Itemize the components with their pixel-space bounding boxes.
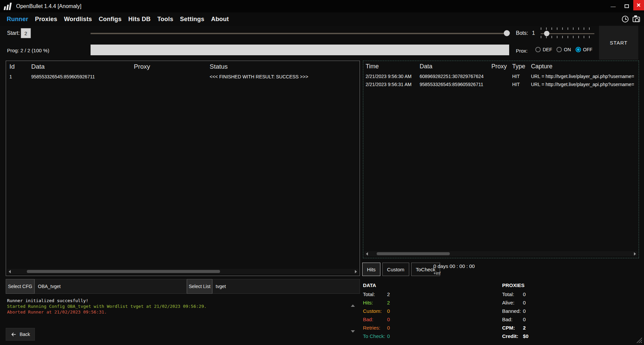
- menu-settings[interactable]: Settings: [177, 16, 208, 23]
- start-slider-thumb[interactable]: [504, 30, 510, 36]
- bots-slider-ticks-bottom: [541, 36, 594, 38]
- cell-time: 2/21/2023 9:56:31 AM: [366, 80, 420, 88]
- camera-icon[interactable]: [633, 17, 640, 22]
- column-header-status[interactable]: Status: [210, 63, 360, 70]
- menu-bar: Runner Proxies Wordlists Configs Hits DB…: [0, 12, 644, 26]
- prox-radio-off[interactable]: OFF: [576, 47, 592, 52]
- openbullet-logo-icon: [4, 3, 11, 10]
- stat-retries: Retries:0: [363, 324, 390, 332]
- cpm-limit: +inf: [433, 271, 475, 276]
- back-label: Back: [19, 332, 30, 337]
- maximize-icon: [625, 4, 629, 8]
- menu-proxies[interactable]: Proxies: [32, 16, 60, 23]
- cell-proxy: [134, 73, 210, 81]
- stat-credit: Credit:$0: [502, 332, 529, 340]
- scroll-left-icon[interactable]: [7, 269, 12, 274]
- menu-tools[interactable]: Tools: [154, 16, 177, 23]
- column-header-id[interactable]: Id: [9, 63, 31, 70]
- column-header-type[interactable]: Type: [512, 63, 531, 70]
- cell-capture: URL = http://tvget.live/player_api.php?u…: [531, 72, 639, 80]
- table-row[interactable]: 2/21/2023 9:56:30 AM 608969282251:307829…: [363, 72, 639, 80]
- cell-type: HIT: [512, 72, 531, 80]
- radio-label: DEF: [543, 47, 552, 52]
- stat-cpm: CPM:2: [502, 324, 529, 332]
- log-scroll-down-icon[interactable]: [351, 333, 355, 339]
- minimize-button[interactable]: —: [606, 0, 620, 12]
- prox-radio-def[interactable]: DEF: [535, 47, 552, 52]
- prox-radio-on[interactable]: ON: [556, 47, 571, 52]
- column-header-data[interactable]: Data: [31, 63, 134, 70]
- data-stats: Total:2 Hits:2 Custom:0 Bad:0 Retries:0 …: [363, 290, 390, 340]
- stat-proxy-total: Total:0: [502, 290, 529, 298]
- maximize-button[interactable]: [620, 0, 633, 12]
- resize-grip[interactable]: [637, 338, 642, 343]
- runner-log: Runner initialized succesfully! Started …: [7, 298, 346, 315]
- menu-wordlists[interactable]: Wordlists: [61, 16, 95, 23]
- bots-value: 1: [532, 30, 535, 36]
- stat-proxy-banned: Banned:0: [502, 307, 529, 315]
- cell-type: HIT: [512, 80, 531, 88]
- start-slider[interactable]: [91, 33, 509, 34]
- bots-slider-ticks-top: [541, 27, 594, 30]
- bots-slider-thumb[interactable]: [544, 31, 549, 36]
- prox-label: Prox:: [516, 48, 528, 54]
- start-label: Start:: [7, 30, 20, 36]
- scrollbar-track[interactable]: [369, 251, 633, 256]
- start-count-input[interactable]: [21, 28, 31, 38]
- menu-about[interactable]: About: [208, 16, 232, 23]
- cell-proxy: [491, 80, 512, 88]
- scroll-right-icon[interactable]: [354, 269, 358, 274]
- menu-hits-db[interactable]: Hits DB: [125, 16, 154, 23]
- stat-tocheck: To Check:0: [363, 332, 390, 340]
- scrollbar-thumb[interactable]: [377, 252, 450, 255]
- table-row[interactable]: 1 958553326545:859605926711 <<< FINISHED…: [6, 73, 360, 81]
- stat-custom: Custom:0: [363, 307, 390, 315]
- selected-wordlist-name: tvget: [212, 279, 360, 294]
- table-row[interactable]: 2/21/2023 9:56:31 AM 958553326545:859605…: [363, 80, 639, 88]
- log-scroll-up-icon[interactable]: [351, 299, 355, 305]
- cell-status: <<< FINISHED WITH RESULT: SUCCESS >>>: [210, 73, 360, 81]
- scrollbar-thumb[interactable]: [27, 270, 220, 273]
- tab-custom[interactable]: Custom: [382, 263, 409, 276]
- title-bar: OpenBullet 1.4.4 [Anomaly] — ✕: [0, 0, 644, 12]
- select-list-button[interactable]: Select List: [187, 279, 212, 294]
- select-cfg-button[interactable]: Select CFG: [6, 279, 35, 294]
- radio-label: OFF: [583, 47, 592, 52]
- progress-bar: [91, 45, 509, 55]
- hits-horizontal-scrollbar[interactable]: [365, 251, 637, 256]
- timer-block: 0 days 00 : 00 : 00 +inf: [433, 263, 475, 276]
- column-header-proxy[interactable]: Proxy: [134, 63, 210, 70]
- cell-id: 1: [9, 73, 31, 81]
- menu-runner[interactable]: Runner: [3, 16, 32, 23]
- log-line: Aborted Runner at 21/02/2023 09:56:31.: [7, 309, 346, 315]
- start-button[interactable]: START: [599, 26, 638, 60]
- column-header-data[interactable]: Data: [420, 63, 491, 70]
- back-button[interactable]: Back: [6, 328, 35, 341]
- results-horizontal-scrollbar[interactable]: [7, 269, 358, 274]
- radio-icon: [556, 47, 562, 52]
- progress-bar-fill: [91, 45, 509, 55]
- cell-data: 608969282251:307829767624: [420, 72, 491, 80]
- menu-configs[interactable]: Configs: [95, 16, 125, 23]
- radio-icon: [576, 47, 581, 52]
- hits-table-header: Time Data Proxy Type Capture: [363, 61, 639, 70]
- proxy-stats: Total:0 Alive:0 Banned:0 Bad:0 CPM:2 Cre…: [502, 290, 529, 340]
- log-line: Started Running Config OBA_tvget with Wo…: [7, 303, 346, 309]
- stat-hits: Hits:2: [363, 298, 390, 307]
- proxy-stats-title: PROXIES: [502, 282, 525, 288]
- column-header-proxy[interactable]: Proxy: [491, 63, 512, 70]
- tab-hits[interactable]: Hits: [362, 263, 380, 276]
- clock-icon[interactable]: [622, 16, 629, 22]
- bots-label: Bots:: [516, 30, 528, 36]
- scrollbar-track[interactable]: [12, 269, 354, 274]
- stat-total: Total:2: [363, 290, 390, 298]
- selected-config-name: OBA_tvget: [35, 279, 187, 294]
- radio-label: ON: [564, 47, 571, 52]
- column-header-capture[interactable]: Capture: [531, 63, 639, 70]
- column-header-time[interactable]: Time: [366, 63, 420, 70]
- scroll-right-icon[interactable]: [633, 251, 637, 256]
- scroll-left-icon[interactable]: [365, 251, 369, 256]
- cell-proxy: [491, 72, 512, 80]
- elapsed-timer: 0 days 00 : 00 : 00: [433, 263, 475, 269]
- close-button[interactable]: ✕: [633, 0, 644, 10]
